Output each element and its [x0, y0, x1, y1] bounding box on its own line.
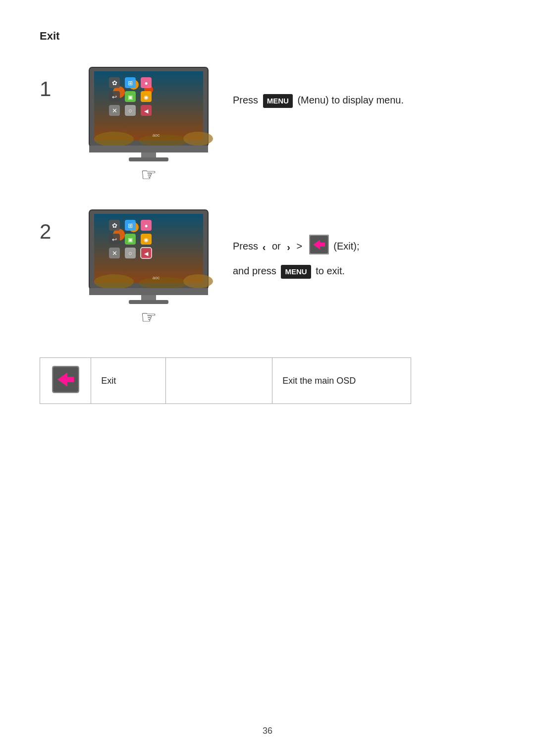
table-exit-icon — [52, 366, 79, 393]
svg-text:●: ● — [144, 80, 148, 87]
step2-press-text: Press — [233, 241, 258, 252]
svg-text:aoc: aoc — [153, 275, 160, 280]
step-1-number: 1 — [40, 77, 64, 101]
hand-icon-2: ☞ — [141, 307, 157, 328]
step2-chevron-right: › — [287, 239, 290, 255]
step2-and-press: and press — [233, 265, 276, 276]
step-1-row: 1 — [40, 62, 495, 185]
hand-icon-1: ☞ — [141, 164, 157, 185]
svg-text:▣: ▣ — [128, 94, 133, 100]
step-2-row: 2 — [40, 205, 495, 328]
step1-menu-badge: MENU — [263, 94, 293, 108]
svg-rect-28 — [89, 146, 208, 152]
svg-text:✕: ✕ — [112, 107, 117, 114]
svg-point-34 — [94, 274, 134, 289]
steps-container: 1 — [40, 62, 495, 328]
monitor-1-svg: ✿ ⊞ ● ↩ ▣ ◉ ✕ ○ — [84, 62, 213, 161]
svg-text:✿: ✿ — [112, 222, 117, 229]
page-number: 36 — [263, 726, 272, 736]
svg-text:✿: ✿ — [112, 79, 117, 87]
svg-text:aoc: aoc — [153, 133, 160, 138]
svg-point-35 — [139, 277, 188, 289]
table-desc-cell: Exit the main OSD — [272, 358, 411, 404]
step2-menu-badge: MENU — [281, 265, 311, 279]
svg-text:○: ○ — [128, 250, 132, 257]
step-2-image: ✿ ⊞ ● ↩ ▣ ◉ ✕ ○ — [84, 205, 213, 328]
step-2-number: 2 — [40, 220, 64, 244]
step-1-image: ✿ ⊞ ● ↩ ▣ ◉ ✕ ○ — [84, 62, 213, 185]
svg-text:✕: ✕ — [112, 250, 117, 257]
step2-to-exit: to exit. — [316, 265, 345, 276]
step2-or-text: or — [272, 241, 281, 252]
svg-point-3 — [94, 132, 134, 147]
step-2-text: Press ‹ or › > — [233, 205, 495, 279]
monitor-2-svg: ✿ ⊞ ● ↩ ▣ ◉ ✕ ○ — [84, 205, 213, 304]
table-label-cell: Exit — [91, 358, 166, 404]
svg-text:◀: ◀ — [144, 108, 149, 114]
svg-text:◉: ◉ — [144, 237, 149, 243]
svg-text:▣: ▣ — [128, 237, 133, 243]
page-content: Exit 1 — [0, 0, 535, 434]
step2-exit-paren: (Exit); — [333, 241, 359, 252]
step1-press-text: Press — [233, 95, 258, 105]
exit-icon-inline — [309, 235, 329, 259]
svg-text:↩: ↩ — [112, 94, 117, 101]
svg-text:↩: ↩ — [112, 236, 117, 243]
svg-text:○: ○ — [128, 107, 132, 114]
table-icon-cell — [40, 358, 91, 404]
svg-text:⊞: ⊞ — [128, 222, 133, 229]
step2-to-select-text: > — [297, 241, 303, 252]
svg-point-5 — [183, 132, 213, 146]
svg-text:●: ● — [144, 222, 148, 229]
svg-rect-30 — [129, 157, 168, 161]
section-title: Exit — [40, 30, 495, 43]
svg-point-36 — [183, 274, 213, 288]
table-blank-cell — [165, 358, 272, 404]
info-table: Exit Exit the main OSD — [40, 357, 411, 404]
svg-rect-60 — [129, 300, 168, 304]
step-1-text: Press MENU (Menu) to display menu. — [233, 62, 495, 108]
step1-rest-text: (Menu) to display menu. — [297, 95, 404, 105]
svg-text:◉: ◉ — [144, 94, 149, 100]
svg-point-4 — [139, 135, 188, 147]
step2-chevron-left: ‹ — [263, 239, 266, 255]
svg-text:◀: ◀ — [144, 251, 149, 256]
svg-text:⊞: ⊞ — [128, 80, 133, 87]
svg-rect-58 — [89, 288, 208, 295]
table-row: Exit Exit the main OSD — [40, 358, 411, 404]
